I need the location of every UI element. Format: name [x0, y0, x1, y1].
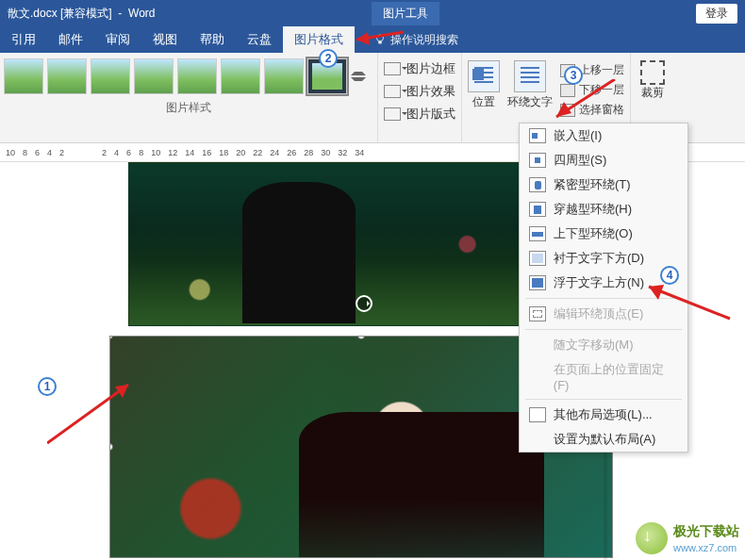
wrap-through-icon — [529, 202, 546, 217]
wrap-text-button[interactable]: 环绕文字 — [507, 60, 553, 110]
set-default-layout-item[interactable]: 设置为默认布局(A) — [520, 427, 687, 452]
wrap-topbottom-label: 上下型环绕(O) — [554, 225, 633, 242]
more-layout-icon — [529, 407, 546, 422]
wrap-inline-item[interactable]: 嵌入型(I) — [520, 124, 687, 148]
annotation-marker-4: 4 — [660, 266, 679, 285]
annotation-marker-3: 3 — [564, 66, 583, 85]
wrap-text-icon — [514, 60, 546, 92]
tab-mailings[interactable]: 邮件 — [47, 26, 94, 53]
ruler-tick: 26 — [287, 148, 296, 157]
fix-position-item: 在页面上的位置固定(F) — [520, 357, 687, 396]
bring-forward-label: 上移一层 — [579, 62, 624, 78]
tab-picture-format[interactable]: 图片格式 — [283, 26, 355, 53]
ruler-tick: 10 — [6, 148, 15, 157]
ruler-tick: 8 — [23, 148, 27, 157]
style-thumb-6[interactable] — [221, 58, 260, 94]
resize-handle[interactable] — [109, 336, 113, 339]
tab-cloud[interactable]: 云盘 — [236, 26, 283, 53]
watermark-logo-icon — [636, 522, 668, 554]
ruler-tick: 6 — [126, 148, 131, 157]
menu-separator — [525, 329, 682, 330]
watermark-site-name: 极光下载站 — [673, 523, 739, 540]
login-button[interactable]: 登录 — [696, 4, 737, 24]
layout-label: 图片版式 — [406, 106, 455, 123]
ruler-tick: 16 — [202, 148, 211, 157]
ruler-tick: 4 — [114, 148, 119, 157]
position-button[interactable]: 位置 — [468, 60, 500, 110]
wrap-topbottom-icon — [529, 226, 546, 241]
wrap-front-icon — [529, 275, 546, 290]
style-thumb-7[interactable] — [264, 58, 304, 94]
ruler-tick: 4 — [47, 148, 52, 157]
wrap-behind-icon — [529, 251, 546, 266]
tab-help[interactable]: 帮助 — [189, 26, 236, 53]
layout-icon — [384, 107, 401, 121]
wrap-through-item[interactable]: 穿越型环绕(H) — [520, 197, 687, 222]
move-with-text-label: 随文字移动(M) — [554, 337, 634, 354]
edit-points-icon — [529, 306, 546, 321]
style-thumb-1[interactable] — [4, 58, 43, 94]
ruler-tick: 14 — [185, 148, 194, 157]
menu-separator — [525, 399, 682, 400]
ruler-tick: 30 — [321, 148, 330, 157]
style-thumb-5[interactable] — [177, 58, 217, 94]
svg-marker-5 — [356, 32, 370, 45]
wrap-through-label: 穿越型环绕(H) — [554, 201, 632, 218]
crop-icon — [640, 60, 665, 85]
wrap-square-label: 四周型(S) — [554, 152, 606, 169]
picture-effects-button[interactable]: 图片效果 — [384, 83, 455, 100]
wrap-tight-item[interactable]: 紧密型环绕(T) — [520, 173, 687, 197]
watermark: 极光下载站 www.xz7.com — [636, 522, 739, 554]
ruler-tick: 34 — [355, 148, 364, 157]
ruler-tick: 22 — [253, 148, 262, 157]
wrap-front-label: 浮于文字上方(N) — [554, 274, 644, 291]
svg-line-2 — [47, 385, 128, 443]
title-bar: 散文.docx [兼容模式] - Word 图片工具 登录 — [0, 0, 745, 26]
border-icon — [384, 62, 401, 75]
picture-styles-group: 图片样式 — [0, 53, 377, 142]
annotation-arrow — [351, 26, 407, 45]
ruler-tick: 8 — [139, 148, 143, 157]
resize-handle[interactable] — [357, 336, 365, 339]
more-layout-label: 其他布局选项(L)... — [554, 406, 653, 423]
effects-label: 图片效果 — [406, 83, 455, 100]
annotation-marker-1: 1 — [38, 377, 57, 396]
rotate-handle-icon[interactable] — [356, 295, 372, 312]
watermark-site-url: www.xz7.com — [673, 542, 737, 553]
wrap-tight-label: 紧密型环绕(T) — [554, 176, 631, 193]
tab-view[interactable]: 视图 — [141, 26, 189, 53]
picture-format-group: 图片边框 图片效果 图片版式 — [377, 53, 462, 142]
annotation-marker-2: 2 — [319, 49, 338, 68]
ruler-tick: 10 — [151, 148, 160, 157]
style-thumb-2[interactable] — [47, 58, 87, 94]
ruler-tick: 24 — [270, 148, 279, 157]
wrap-tight-icon — [529, 177, 546, 192]
edit-points-label: 编辑环绕顶点(E) — [554, 305, 643, 322]
annotation-arrow — [643, 281, 737, 328]
styles-group-label: 图片样式 — [0, 100, 377, 120]
effects-icon — [384, 85, 401, 98]
annotation-arrow — [549, 79, 624, 126]
ruler-tick: 2 — [102, 148, 107, 157]
tab-references[interactable]: 引用 — [0, 26, 47, 53]
style-gallery-more[interactable] — [351, 68, 366, 85]
tab-review[interactable]: 审阅 — [94, 26, 141, 53]
wrap-topbottom-item[interactable]: 上下型环绕(O) — [520, 222, 687, 246]
style-thumb-4[interactable] — [134, 58, 174, 94]
ruler-tick: 20 — [236, 148, 245, 157]
wrap-label: 环绕文字 — [507, 94, 553, 110]
picture-border-button[interactable]: 图片边框 — [384, 60, 455, 77]
ruler-tick: 28 — [304, 148, 313, 157]
annotation-arrow — [47, 377, 141, 453]
wrap-behind-item[interactable]: 衬于文字下方(D) — [520, 246, 687, 271]
wrap-square-item[interactable]: 四周型(S) — [520, 148, 687, 173]
wrap-behind-label: 衬于文字下方(D) — [554, 250, 644, 267]
ruler-tick: 6 — [35, 148, 40, 157]
more-layout-options-item[interactable]: 其他布局选项(L)... — [520, 403, 687, 427]
picture-layout-button[interactable]: 图片版式 — [384, 106, 455, 123]
position-label: 位置 — [472, 94, 495, 110]
style-thumb-3[interactable] — [91, 58, 130, 94]
doc-name: 散文.docx [兼容模式] — [8, 7, 112, 20]
position-icon — [468, 60, 500, 92]
ruler-tick: 2 — [59, 148, 64, 157]
